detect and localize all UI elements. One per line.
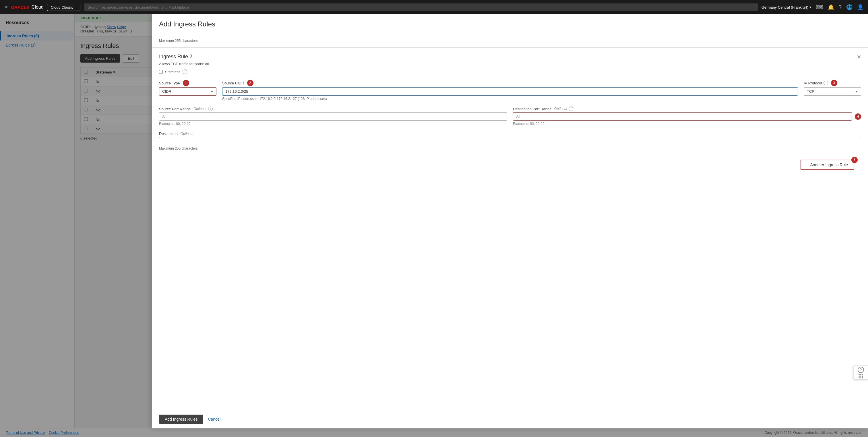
source-cidr-group: Source CIDR 2 Specified IP addresses: 17…: [222, 80, 798, 101]
source-port-input[interactable]: [159, 112, 507, 121]
source-port-info-icon[interactable]: i: [208, 106, 213, 111]
dest-port-input[interactable]: [513, 112, 852, 121]
source-cidr-hint: Specified IP addresses: 172.16.2.0-172.1…: [222, 97, 798, 101]
cloud-classic-button[interactable]: Cloud Classic ›: [47, 4, 81, 11]
step-5-badge: 5: [851, 157, 858, 163]
source-type-select[interactable]: CIDR Service Network Load Balancer: [159, 87, 216, 96]
globe-icon[interactable]: 🌐: [846, 4, 852, 10]
search-input[interactable]: [84, 3, 758, 11]
rule-2-card: Ingress Rule 2 ✕ Allows TCP traffic for …: [152, 48, 868, 180]
source-cidr-label: Source CIDR 2: [222, 80, 798, 86]
port-fields-row: Source Port Range Optional i Examples: 8…: [159, 106, 861, 126]
nav-right-section: Germany Central (Frankfurt) ▾ ⌨ 🔔 ? 🌐 👤: [762, 4, 863, 10]
modal-add-ingress-button[interactable]: Add Ingress Rules: [159, 415, 203, 424]
region-selector[interactable]: Germany Central (Frankfurt) ▾: [762, 5, 811, 9]
description-label: Description Optional: [159, 131, 861, 136]
source-type-label: Source Type 1: [159, 80, 216, 86]
another-ingress-rule-button[interactable]: + Another Ingress Rule: [801, 160, 854, 170]
dest-port-group: Destination Port Range Optional i 4 Exam…: [513, 106, 861, 126]
modal-footer: Add Ingress Rules Cancel: [152, 410, 868, 428]
step-1-badge: 1: [183, 80, 189, 86]
top-nav: ≡ ORACLE Cloud Cloud Classic › Germany C…: [0, 0, 868, 14]
ip-protocol-label: IP Protocol i 3: [804, 80, 861, 86]
source-fields-row: Source Type 1 CIDR Service Network Load …: [159, 80, 861, 101]
source-port-example: Examples: 80, 20-22: [159, 122, 507, 126]
modal-top-section: Maximum 255 characters: [152, 33, 868, 48]
ip-protocol-group: IP Protocol i 3 TCP UDP ICMP All Protoco…: [804, 80, 861, 96]
stateless-info-icon[interactable]: i: [183, 69, 187, 74]
modal-header: Add Ingress Rules: [152, 14, 868, 33]
stateless-checkbox[interactable]: [159, 70, 163, 74]
another-rule-section: + Another Ingress Rule 5: [159, 155, 861, 175]
oracle-logo: ORACLE Cloud: [11, 5, 43, 10]
hamburger-icon[interactable]: ≡: [5, 4, 8, 10]
ip-protocol-select[interactable]: TCP UDP ICMP All Protocols: [804, 87, 861, 96]
dest-port-info-icon[interactable]: i: [569, 106, 573, 111]
add-ingress-modal: Add Ingress Rules Maximum 255 characters…: [152, 14, 868, 428]
source-cidr-input[interactable]: [222, 87, 798, 96]
max-chars-hint: Maximum 255 characters: [159, 39, 861, 43]
source-port-label: Source Port Range Optional i: [159, 106, 507, 111]
helper-widget[interactable]: ?: [854, 365, 868, 380]
cloud-text: Cloud: [32, 5, 43, 10]
source-port-group: Source Port Range Optional i Examples: 8…: [159, 106, 507, 126]
user-icon[interactable]: 👤: [857, 4, 863, 10]
rule-card-close-button[interactable]: ✕: [857, 54, 861, 60]
dest-port-example: Examples: 80, 20-22: [513, 122, 861, 126]
stateless-label: Stateless: [165, 70, 180, 74]
code-icon[interactable]: ⌨: [816, 4, 823, 10]
description-hint: Maximum 255 characters: [159, 147, 861, 151]
helper-dots-icon: [859, 374, 863, 378]
description-input[interactable]: [159, 137, 861, 145]
rule-card-title: Ingress Rule 2: [159, 54, 192, 60]
description-group: Description Optional Maximum 255 charact…: [159, 131, 861, 151]
stateless-row: Stateless i: [159, 69, 861, 74]
modal-body: Maximum 255 characters Ingress Rule 2 ✕ …: [152, 33, 868, 410]
step-2-badge: 2: [247, 80, 253, 86]
help-icon[interactable]: ?: [839, 4, 842, 10]
ip-protocol-info-icon[interactable]: i: [824, 81, 828, 85]
step-3-badge: 3: [831, 80, 837, 86]
bell-icon[interactable]: 🔔: [828, 4, 834, 10]
rule-card-header: Ingress Rule 2 ✕: [159, 54, 861, 60]
rule-subtitle: Allows TCP traffic for ports: all: [159, 62, 861, 66]
step-4-badge: 4: [855, 114, 861, 120]
modal-title: Add Ingress Rules: [159, 20, 215, 28]
modal-cancel-button[interactable]: Cancel: [208, 417, 220, 422]
source-type-group: Source Type 1 CIDR Service Network Load …: [159, 80, 216, 96]
helper-circle-icon: ?: [858, 367, 864, 373]
dest-port-label: Destination Port Range Optional i: [513, 106, 861, 111]
